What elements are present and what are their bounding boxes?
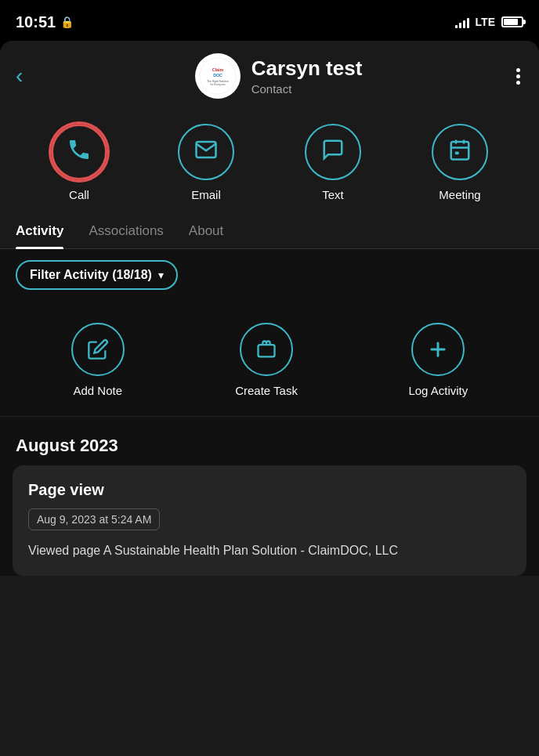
status-bar: 10:51 🔒 LTE	[0, 0, 539, 41]
svg-rect-10	[455, 151, 459, 154]
call-circle	[51, 124, 107, 180]
activity-section: Add Note Create Task	[0, 301, 539, 576]
card-title: Page view	[28, 481, 511, 499]
svg-text:DOC: DOC	[213, 73, 222, 78]
filter-chevron-icon: ▾	[158, 269, 164, 281]
meeting-circle	[432, 124, 488, 180]
quick-actions: Add Note Create Task	[0, 301, 539, 417]
log-activity-label: Log Activity	[408, 384, 468, 397]
log-activity-circle	[411, 323, 465, 376]
svg-rect-6	[451, 142, 469, 160]
status-time: 10:51 🔒	[16, 13, 74, 31]
edit-icon	[87, 338, 109, 360]
svg-text:for Everyone: for Everyone	[210, 83, 225, 86]
log-activity-button[interactable]: Log Activity	[408, 323, 468, 397]
filter-label: Filter Activity (18/18)	[30, 268, 152, 282]
contact-info: Carsyn test Contact	[251, 56, 363, 96]
tab-associations[interactable]: Associations	[89, 214, 163, 248]
signal-bar-2	[459, 23, 461, 28]
card-description: Viewed page A Sustainable Health Plan So…	[28, 541, 511, 560]
plus-icon	[427, 338, 449, 360]
filter-bar: Filter Activity (18/18) ▾	[0, 249, 539, 301]
battery-fill	[504, 19, 518, 25]
contact-name: Carsyn test	[251, 56, 363, 81]
call-button[interactable]: Call	[51, 124, 107, 201]
signal-bars	[455, 16, 469, 28]
status-icons: LTE	[455, 16, 523, 28]
sim-icon: 🔒	[60, 16, 74, 28]
email-icon	[194, 138, 218, 167]
action-buttons: Call Email Text	[0, 108, 539, 214]
filter-activity-pill[interactable]: Filter Activity (18/18) ▾	[16, 260, 178, 290]
call-label: Call	[69, 188, 89, 201]
tab-about[interactable]: About	[189, 214, 223, 248]
lte-label: LTE	[476, 16, 495, 28]
month-heading: August 2023	[0, 417, 539, 465]
meeting-button[interactable]: Meeting	[432, 124, 488, 201]
email-circle	[178, 124, 234, 180]
add-note-label: Add Note	[73, 384, 122, 397]
email-button[interactable]: Email	[178, 124, 234, 201]
tab-activity[interactable]: Activity	[16, 214, 63, 248]
back-button[interactable]: ‹	[16, 63, 44, 89]
contact-avatar: Claim DOC The Right Solution for Everyon…	[195, 53, 241, 99]
app-container: ‹ Claim DOC The Right Solution for Every…	[0, 41, 539, 756]
more-options-button[interactable]	[513, 65, 523, 88]
time-display: 10:51	[16, 13, 56, 31]
header: ‹ Claim DOC The Right Solution for Every…	[0, 41, 539, 108]
meeting-label: Meeting	[439, 188, 480, 201]
header-center: Claim DOC The Right Solution for Everyon…	[195, 53, 363, 99]
add-note-circle	[71, 323, 125, 376]
text-circle	[305, 124, 361, 180]
create-task-label: Create Task	[235, 384, 298, 397]
meeting-icon	[448, 138, 472, 167]
battery-icon	[501, 16, 523, 27]
dot-2	[516, 74, 520, 78]
call-icon	[67, 137, 92, 168]
text-icon	[321, 138, 345, 167]
svg-rect-11	[259, 345, 275, 356]
signal-bar-3	[463, 20, 465, 28]
claimdoc-logo-svg: Claim DOC The Right Solution for Everyon…	[199, 57, 237, 95]
task-icon	[255, 338, 277, 360]
card-timestamp: Aug 9, 2023 at 5:24 AM	[28, 508, 160, 530]
create-task-button[interactable]: Create Task	[235, 323, 298, 397]
signal-bar-4	[467, 18, 469, 28]
svg-text:The Right Solution: The Right Solution	[207, 80, 229, 83]
text-button[interactable]: Text	[305, 124, 361, 201]
tabs: Activity Associations About	[0, 214, 539, 249]
text-label: Text	[322, 188, 344, 201]
create-task-circle	[240, 323, 293, 376]
svg-text:Claim: Claim	[212, 67, 224, 72]
dot-3	[516, 81, 520, 85]
signal-bar-1	[455, 25, 458, 28]
email-label: Email	[191, 188, 221, 201]
dot-1	[516, 68, 520, 72]
add-note-button[interactable]: Add Note	[71, 323, 125, 397]
activity-card: Page view Aug 9, 2023 at 5:24 AM Viewed …	[13, 465, 526, 576]
contact-type: Contact	[251, 82, 363, 96]
